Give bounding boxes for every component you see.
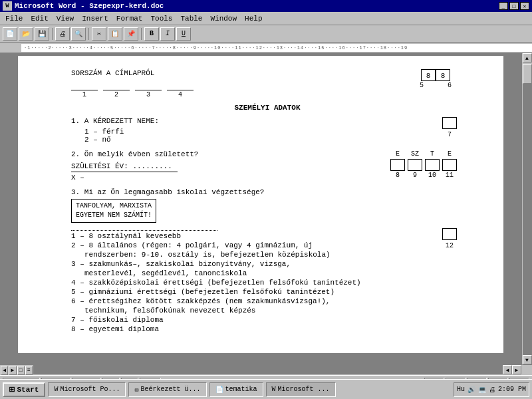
question-1: 1. A KÉRDEZETT NEME: 1 – férfi 2 – nő 7 (71, 117, 464, 144)
cut-button[interactable]: ✂ (92, 27, 106, 41)
save-button[interactable]: 💾 (35, 27, 49, 41)
ruler-marks: ·1·····2·····3·····4·····5·····6·····7··… (24, 45, 408, 51)
menu-insert[interactable]: Insert (78, 14, 112, 23)
task3-label: Microsoft ... (278, 386, 330, 393)
doc-scroll[interactable]: SORSZÁM A CÍMLAPRÓL 1 2 3 (0, 53, 521, 364)
toolbar: 📄 📂 💾 🖨 🔍 ✂ 📋 📌 B I U (0, 25, 532, 43)
app-icon: W (3, 1, 12, 11)
taskbar-task-0[interactable]: W Microsoft Po... (48, 382, 126, 397)
task1-icon: ✉ (134, 386, 138, 394)
doc-page: SORSZÁM A CÍMLAPRÓL 1 2 3 (18, 56, 503, 353)
prev-page-button[interactable]: ◀ (1, 366, 8, 375)
bold-button[interactable]: B (144, 27, 159, 41)
scroll-thumb[interactable] (523, 64, 532, 84)
hscroll-area: ◀ ▶ □ ≡ ◀ ▶ (0, 364, 532, 375)
underline-button[interactable]: U (176, 27, 191, 41)
ruler: ·1·····2·····3·····4·····5·····6·····7··… (0, 43, 532, 53)
scroll-up-button[interactable]: ▲ (523, 53, 532, 63)
tray-icon2: 💻 (478, 386, 486, 394)
q2-box-t (425, 159, 440, 171)
next-page-button[interactable]: ▶ (9, 366, 16, 375)
q3-box-num: 12 (442, 242, 457, 249)
task2-icon: 📄 (215, 386, 223, 394)
box-8: 8 (421, 69, 436, 81)
q2-box-e2 (442, 159, 457, 171)
box-8b: 8 (436, 69, 450, 81)
task1-label: Beérkezett ü... (141, 386, 201, 393)
toolbar-sep3 (141, 28, 142, 40)
open-button[interactable]: 📂 (19, 27, 33, 41)
task3-icon: W (272, 386, 276, 393)
sys-tray: Hu 🔊 💻 🖨 2:09 PM (454, 382, 529, 397)
hscroll-left-button[interactable]: ◀ (503, 365, 512, 374)
task0-icon: W (54, 386, 58, 393)
q2-box-e (390, 159, 405, 171)
q1-opt1: 1 – férfi (84, 128, 464, 136)
menu-format[interactable]: Format (112, 14, 147, 23)
q3-box-container: 12 (442, 228, 457, 249)
q3-text: 3. Mi az Ön legmagasabb iskolai végzetts… (71, 188, 464, 196)
tray-lang: Hu (457, 386, 465, 393)
top-boxes: 8 8 5 6 (414, 69, 457, 89)
menu-tools[interactable]: Tools (146, 14, 176, 23)
copy-button[interactable]: 📋 (108, 27, 122, 41)
window-title: Microsoft Word - Szepexpr-kerd.doc (15, 2, 164, 10)
q1-box-num: 7 (442, 131, 457, 138)
menu-edit[interactable]: Edit (27, 14, 52, 23)
q1-box (442, 117, 457, 129)
menu-table[interactable]: Table (176, 14, 206, 23)
menu-help[interactable]: Help (241, 14, 266, 23)
q1-box-container: 7 (442, 117, 457, 138)
hscroll-track[interactable] (33, 365, 503, 374)
scroll-down-button[interactable]: ▼ (523, 355, 532, 364)
taskbar-task-2[interactable]: 📄 tematika (209, 382, 263, 397)
title-bar: W Microsoft Word - Szepexpr-kerd.doc _ □… (0, 0, 532, 12)
outline-button[interactable]: ≡ (25, 366, 33, 375)
hscroll-right-button[interactable]: ▶ (512, 365, 521, 374)
q3-notice: TANFOLYAM, MARXISTA EGYETEM NEM SZÁMÍT! (71, 199, 156, 223)
minimize-button[interactable]: _ (499, 2, 508, 10)
start-button[interactable]: ⊞ Start (3, 382, 45, 397)
menu-file[interactable]: File (1, 14, 27, 23)
page-nav-buttons: ◀ ▶ □ ≡ (0, 365, 33, 375)
ruler-content: ·1·····2·····3·····4·····5·····6·····7··… (21, 44, 532, 52)
print-button[interactable]: 🖨 (55, 27, 70, 41)
task0-label: Microsoft Po... (60, 386, 120, 393)
q3-options: 1 – 8 osztálynál kevesebb 2 – 8 általáno… (71, 225, 464, 333)
menu-window[interactable]: Window (206, 14, 241, 23)
taskbar-task-1[interactable]: ✉ Beérkezett ü... (128, 382, 206, 397)
tray-icon1: 🔊 (467, 386, 475, 394)
taskbar-task-3[interactable]: W Microsoft ... (266, 382, 336, 397)
close-button[interactable]: ✕ (520, 2, 529, 10)
paste-button[interactable]: 📌 (124, 27, 138, 41)
maximize-button[interactable]: □ (509, 2, 519, 10)
taskbar-right: Hu 🔊 💻 🖨 2:09 PM (454, 382, 529, 397)
tray-icon3: 🖨 (489, 386, 495, 394)
tray-time: 2:09 PM (498, 386, 526, 393)
italic-button[interactable]: I (160, 27, 175, 41)
toolbar-sep1 (52, 28, 53, 40)
view-mode-button[interactable]: □ (17, 366, 25, 375)
title-bar-buttons: _ □ ✕ (499, 2, 529, 10)
taskbar: ⊞ Start W Microsoft Po... ✉ Beérkezett ü… (0, 379, 532, 399)
scrollbar-vertical[interactable]: ▲ ▼ (521, 53, 532, 364)
q2-box-sz (408, 159, 422, 171)
q1-text: 1. A KÉRDEZETT NEME: (71, 117, 464, 125)
q3-box (442, 228, 457, 240)
q1-opt2: 2 – nő (84, 136, 464, 144)
q2-boxes-container: E SZ T E 8 9 10 11 (390, 150, 457, 179)
new-button[interactable]: 📄 (3, 27, 17, 41)
doc-area: SORSZÁM A CÍMLAPRÓL 1 2 3 (0, 53, 532, 364)
section-title: SZEMÉLYI ADATOK (71, 104, 464, 112)
header-sorszam: SORSZÁM A CÍMLAPRÓL 1 2 3 (71, 69, 194, 98)
toolbar-sep2 (88, 28, 89, 40)
preview-button[interactable]: 🔍 (71, 27, 86, 41)
task2-label: tematika (225, 386, 257, 393)
menu-view[interactable]: View (53, 14, 78, 23)
question-2: 2. Ön melyik évben született? E SZ T E (71, 150, 464, 182)
question-3: 3. Mi az Ön legmagasabb iskolai végzetts… (71, 188, 464, 333)
menu-bar: File Edit View Insert Format Tools Table… (0, 12, 532, 25)
